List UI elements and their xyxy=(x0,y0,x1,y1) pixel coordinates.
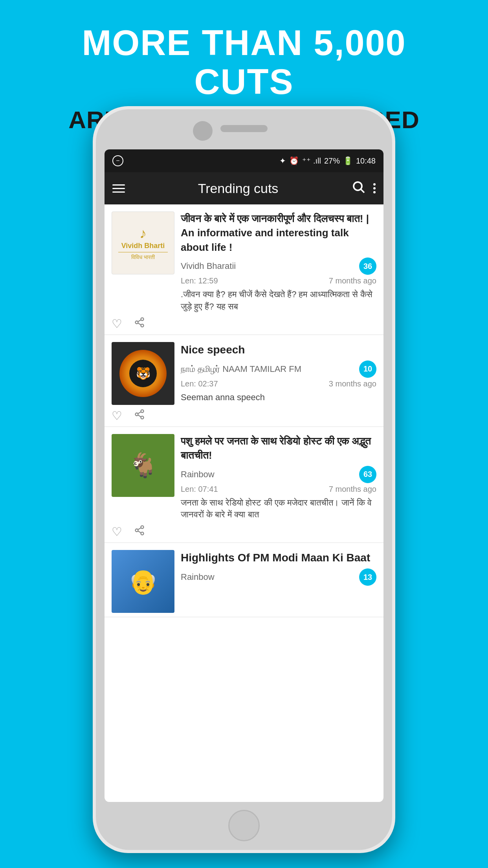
divider xyxy=(118,252,168,252)
share-icon-3 xyxy=(134,525,145,539)
svg-line-15 xyxy=(138,531,141,533)
feed-title-2: Nice speech xyxy=(181,342,376,357)
svg-point-0 xyxy=(354,182,362,190)
feed-len-row-3: Len: 07:41 7 months ago xyxy=(181,485,376,494)
feed-item-3[interactable]: 🐐 पशु हमले पर जनता के साथ रेडियो होस्ट क… xyxy=(105,427,383,543)
feed-title-3: पशु हमले पर जनता के साथ रेडियो होस्ट की … xyxy=(181,434,376,463)
bluetooth-icon: ✦ xyxy=(279,156,286,166)
search-icon[interactable] xyxy=(351,180,365,197)
svg-line-5 xyxy=(138,323,141,325)
headphone-circle: 🐯 xyxy=(119,350,167,397)
feed-item-4[interactable]: 👴 Highlights Of PM Modi Maan Ki Baat Rai… xyxy=(105,543,383,617)
svg-point-8 xyxy=(136,413,138,416)
share-button-1[interactable] xyxy=(134,317,145,331)
svg-point-7 xyxy=(141,410,144,412)
phone-speaker xyxy=(220,125,268,132)
feed-timeago-1: 7 months ago xyxy=(329,276,376,285)
like-button-1[interactable]: ♡ xyxy=(112,317,122,331)
feed-badge-3: 63 xyxy=(359,466,376,483)
modi-emoji: 👴 xyxy=(128,568,158,596)
feed-channel-3: Rainbow xyxy=(181,469,215,480)
phone-mockup: − ✦ ⏰ ⁺⁺ .ıll 27% 🔋 10:48 Trending cuts xyxy=(93,106,395,853)
phone-screen: − ✦ ⏰ ⁺⁺ .ıll 27% 🔋 10:48 Trending cuts xyxy=(105,149,383,802)
headline-1: MORE THAN 5,000 CUTS xyxy=(31,24,457,101)
heart-icon-3: ♡ xyxy=(112,525,122,539)
svg-line-11 xyxy=(138,412,141,414)
like-button-3[interactable]: ♡ xyxy=(112,525,122,539)
feed-content-3: पशु हमले पर जनता के साथ रेडियो होस्ट की … xyxy=(181,434,376,521)
heart-icon-1: ♡ xyxy=(112,317,122,331)
svg-line-10 xyxy=(138,415,141,417)
share-icon-1 xyxy=(134,317,145,331)
feed-meta-4: Rainbow 13 xyxy=(181,568,376,586)
feed-meta-1: Vividh Bharatii 36 xyxy=(181,257,376,275)
thumbnail-vividh: ♪ Vividh Bharti विविध भारती xyxy=(112,211,174,274)
feed-content-2: Nice speech நாம் தமிழர் NAAM TAMILAR FM … xyxy=(181,342,376,405)
svg-line-1 xyxy=(361,189,364,192)
phone-shell: − ✦ ⏰ ⁺⁺ .ıll 27% 🔋 10:48 Trending cuts xyxy=(93,106,395,853)
svg-point-2 xyxy=(141,318,144,320)
feed-meta-2: நாம் தமிழர் NAAM TAMILAR FM 10 xyxy=(181,360,376,378)
battery-percent: 27% xyxy=(324,156,340,166)
svg-point-12 xyxy=(141,526,144,528)
svg-point-3 xyxy=(136,321,138,324)
feed-actions-1: ♡ xyxy=(112,313,376,331)
phone-camera xyxy=(193,121,213,141)
phone-home-button[interactable] xyxy=(228,810,260,841)
thumbnail-animal: 🐐 xyxy=(112,434,174,497)
battery-icon: 🔋 xyxy=(343,156,353,166)
feed-badge-2: 10 xyxy=(359,360,376,378)
feed-length-2: Len: 02:37 xyxy=(181,379,218,388)
feed-badge-1: 36 xyxy=(359,257,376,275)
like-button-2[interactable]: ♡ xyxy=(112,409,122,423)
status-right: ✦ ⏰ ⁺⁺ .ıll 27% 🔋 10:48 xyxy=(279,156,376,166)
svg-point-13 xyxy=(136,529,138,532)
thumbnail-modi: 👴 xyxy=(112,550,174,613)
feed-len-row-2: Len: 02:37 3 months ago xyxy=(181,379,376,388)
feed-desc-2: Seeman anna speech xyxy=(181,392,376,404)
animal-emoji: 🐐 xyxy=(128,451,158,479)
time-display: 10:48 xyxy=(356,156,376,166)
feed-desc-1: .जीवन क्या है? हम चीजें कैसे देखते हैं? … xyxy=(181,289,376,313)
thumbnail-naam: 🐯 xyxy=(112,342,174,405)
feed-channel-4: Rainbow xyxy=(181,572,215,582)
tiger-icon: 🐯 xyxy=(136,366,150,380)
menu-button[interactable] xyxy=(112,184,125,193)
music-note-icon: ♪ xyxy=(139,225,147,242)
feed-channel-2: நாம் தமிழர் NAAM TAMILAR FM xyxy=(181,364,301,374)
feed-item-2[interactable]: 🐯 Nice speech நாம் தமிழர் NAAM TAMILAR F… xyxy=(105,335,383,427)
app-bar: Trending cuts xyxy=(105,172,383,204)
feed-item-1[interactable]: ♪ Vividh Bharti विविध भारती जीवन के बारे… xyxy=(105,204,383,335)
feed-meta-3: Rainbow 63 xyxy=(181,466,376,483)
vividh-logo-text: Vividh Bharti xyxy=(121,242,165,250)
feed-title-1: जीवन के बारे में एक जानकारीपूर्ण और दिलच… xyxy=(181,211,376,254)
minus-icon: − xyxy=(112,155,123,166)
share-button-2[interactable] xyxy=(134,409,145,423)
svg-line-6 xyxy=(138,320,141,322)
headphone-inner: 🐯 xyxy=(129,360,157,387)
feed-content-1: जीवन के बारे में एक जानकारीपूर्ण और दिलच… xyxy=(181,211,376,313)
feed-actions-3: ♡ xyxy=(112,521,376,539)
feed-title-4: Highlights Of PM Modi Maan Ki Baat xyxy=(181,550,376,565)
feed-length-1: Len: 12:59 xyxy=(181,276,218,285)
feed-channel-1: Vividh Bharatii xyxy=(181,261,236,271)
feed-actions-2: ♡ xyxy=(112,405,376,423)
more-options-icon[interactable] xyxy=(373,183,376,193)
feed-badge-4: 13 xyxy=(359,568,376,586)
status-left: − xyxy=(112,155,123,166)
feed-length-3: Len: 07:41 xyxy=(181,485,218,494)
svg-line-16 xyxy=(138,528,141,530)
alarm-icon: ⏰ xyxy=(289,156,299,166)
feed-len-row-1: Len: 12:59 7 months ago xyxy=(181,276,376,285)
vividh-devanagari: विविध भारती xyxy=(131,254,155,261)
feed-desc-3: जनता के साथ रेडियो होस्ट की एक मजेदार बा… xyxy=(181,497,376,521)
svg-point-4 xyxy=(141,324,144,327)
feed-content-4: Highlights Of PM Modi Maan Ki Baat Rainb… xyxy=(181,550,376,613)
app-bar-title: Trending cuts xyxy=(133,181,343,196)
share-icon-2 xyxy=(134,409,145,423)
signal-icon: ⁺⁺ .ıll xyxy=(302,156,321,166)
heart-icon-2: ♡ xyxy=(112,409,122,423)
share-button-3[interactable] xyxy=(134,525,145,539)
status-bar: − ✦ ⏰ ⁺⁺ .ıll 27% 🔋 10:48 xyxy=(105,149,383,172)
svg-point-9 xyxy=(141,416,144,419)
